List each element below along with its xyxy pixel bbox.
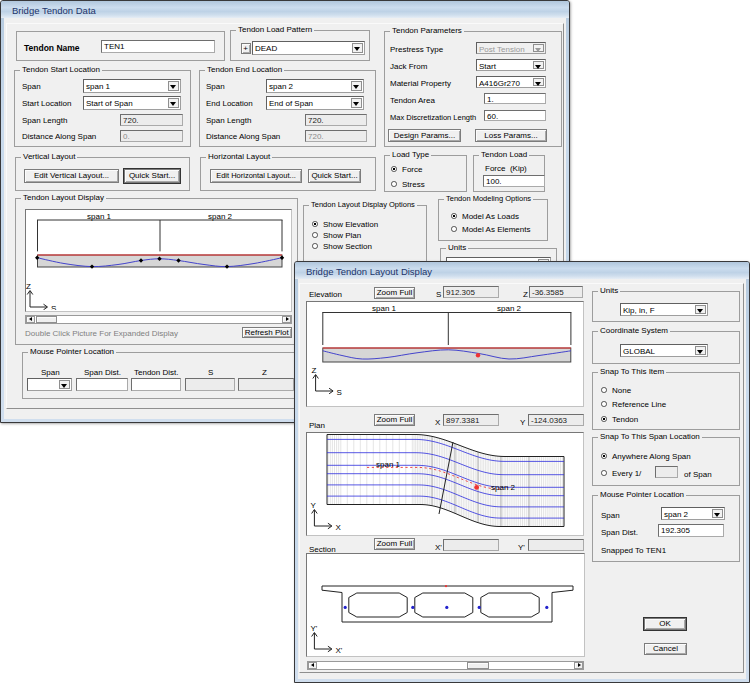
svg-text:X': X': [335, 646, 342, 655]
svg-text:span 1: span 1: [376, 460, 401, 469]
svg-text:S: S: [337, 388, 342, 397]
svg-text:S: S: [51, 304, 56, 311]
svg-text:Y: Y: [310, 501, 316, 510]
svg-text:span 2: span 2: [208, 212, 233, 221]
svg-text:Y': Y': [310, 624, 317, 633]
svg-text:span 2: span 2: [497, 304, 522, 313]
svg-text:span 2: span 2: [491, 483, 516, 492]
svg-text:span 1: span 1: [87, 212, 112, 221]
svg-text:Z: Z: [26, 282, 31, 291]
svg-text:X: X: [335, 523, 341, 532]
svg-text:Z: Z: [312, 366, 317, 375]
svg-text:span 1: span 1: [372, 304, 397, 313]
